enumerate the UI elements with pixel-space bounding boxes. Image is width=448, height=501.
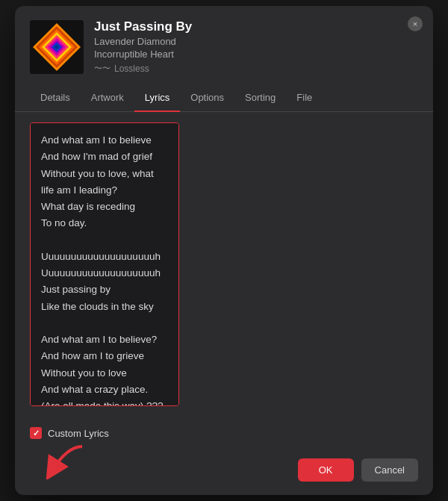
tab-bar: Details Artwork Lyrics Options Sorting F… [15,84,433,112]
dialog: × Just Passing By Lavender Diamond Incor… [15,6,433,495]
tab-sorting[interactable]: Sorting [234,84,286,112]
lossless-icon: 〜〜 [94,63,111,74]
cancel-button[interactable]: Cancel [361,458,418,482]
dialog-header: Just Passing By Lavender Diamond Incorru… [15,6,433,84]
track-title: Just Passing By [94,19,192,34]
arrow-indicator [37,442,97,482]
tab-file[interactable]: File [286,84,323,112]
tab-artwork[interactable]: Artwork [81,84,134,112]
custom-lyrics-row: ✓ Custom Lyrics [15,420,433,439]
track-album: Incorruptible Heart [94,49,192,60]
quality-label: Lossless [114,63,149,74]
close-button[interactable]: × [408,16,423,31]
track-quality: 〜〜 Lossless [94,63,192,74]
red-arrow-svg [37,442,97,479]
custom-lyrics-checkbox[interactable]: ✓ [30,427,42,439]
lyrics-content [15,112,433,420]
tab-lyrics[interactable]: Lyrics [134,84,180,112]
ok-button[interactable]: OK [298,458,354,482]
tab-options[interactable]: Options [180,84,234,112]
track-info: Just Passing By Lavender Diamond Incorru… [94,19,192,74]
tab-details[interactable]: Details [30,84,81,112]
custom-lyrics-label[interactable]: Custom Lyrics [48,428,109,439]
close-icon: × [413,19,417,28]
track-artist: Lavender Diamond [94,36,192,47]
album-art-svg [30,20,84,74]
lyrics-textarea[interactable] [30,122,179,406]
album-art [30,20,84,74]
checkmark-icon: ✓ [33,429,40,438]
